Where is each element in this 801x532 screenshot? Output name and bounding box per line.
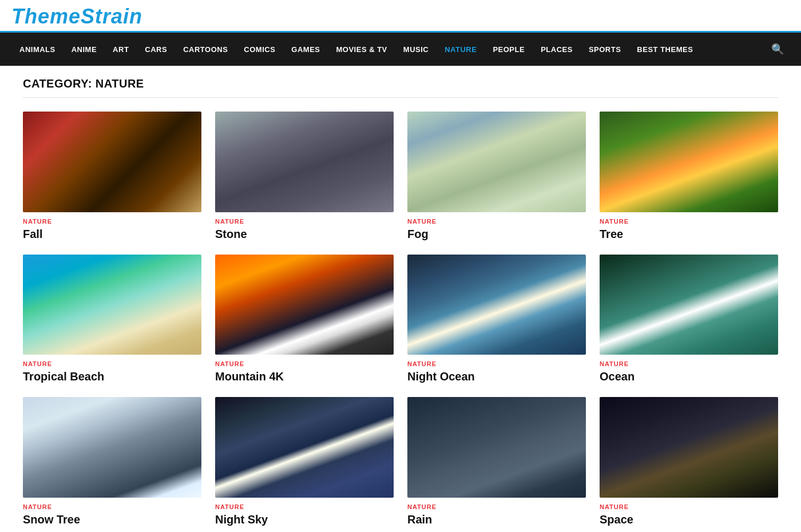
card-image-space (600, 397, 778, 498)
card-category-label: NATURE (600, 503, 778, 510)
card-image-tree (600, 112, 778, 212)
card-category-label: NATURE (407, 360, 586, 367)
nav-item-games[interactable]: GAMES (283, 35, 328, 64)
nav-item-places[interactable]: PLACES (533, 35, 581, 64)
nav-item-best-themes[interactable]: BEST THEMES (629, 35, 701, 64)
card-category-label: NATURE (600, 360, 778, 367)
card-night-sky[interactable]: NATURENight Sky (215, 397, 394, 526)
nav-item-animals[interactable]: ANIMALS (11, 35, 64, 64)
nav-item-cartoons[interactable]: CARTOONS (175, 35, 236, 64)
nav-item-sports[interactable]: SPORTS (581, 35, 629, 64)
card-snow-tree[interactable]: NATURESnow Tree (23, 397, 201, 526)
card-grid: NATUREFallNATUREStoneNATUREFogNATURETree… (23, 112, 778, 526)
card-stone[interactable]: NATUREStone (215, 112, 394, 241)
nav-item-anime[interactable]: ANIME (64, 35, 105, 64)
card-category-label: NATURE (23, 218, 201, 225)
nav-item-music[interactable]: MUSIC (395, 35, 437, 64)
card-category-label: NATURE (215, 503, 394, 510)
card-night-ocean[interactable]: NATURENight Ocean (407, 255, 586, 384)
card-title-night-ocean: Night Ocean (407, 370, 586, 383)
card-fog[interactable]: NATUREFog (407, 112, 586, 241)
card-fall[interactable]: NATUREFall (23, 112, 201, 241)
logo-bar: ThemeStrain (0, 0, 801, 33)
card-title-rain: Rain (407, 513, 586, 526)
card-title-snow-tree: Snow Tree (23, 513, 201, 526)
category-title: CATEGORY: NATURE (23, 77, 778, 98)
card-image-tropical-beach (23, 255, 201, 355)
card-image-fall (23, 112, 201, 212)
site-logo[interactable]: ThemeStrain (11, 5, 142, 28)
card-title-ocean: Ocean (600, 370, 778, 383)
card-title-space: Space (600, 513, 778, 526)
card-tree[interactable]: NATURETree (600, 112, 778, 241)
card-image-night-sky (215, 397, 394, 498)
card-title-tree: Tree (600, 227, 778, 241)
card-category-label: NATURE (407, 218, 586, 225)
card-ocean[interactable]: NATUREOcean (600, 255, 778, 384)
card-title-mountain-4k: Mountain 4K (215, 370, 394, 383)
nav-item-nature[interactable]: NATURE (437, 35, 485, 64)
card-mountain-4k[interactable]: NATUREMountain 4K (215, 255, 394, 384)
main-nav: ANIMALSANIMEARTCARSCARTOONSCOMICSGAMESMO… (0, 33, 801, 66)
card-category-label: NATURE (23, 503, 201, 510)
nav-item-comics[interactable]: COMICS (236, 35, 283, 64)
card-image-night-ocean (407, 255, 586, 355)
card-image-ocean (600, 255, 778, 355)
card-image-stone (215, 112, 394, 212)
card-image-snow-tree (23, 397, 201, 498)
card-image-rain (407, 397, 586, 498)
card-image-fog (407, 112, 586, 212)
card-title-tropical-beach: Tropical Beach (23, 370, 201, 383)
card-title-night-sky: Night Sky (215, 513, 394, 526)
nav-item-movies---tv[interactable]: MOVIES & TV (328, 35, 395, 64)
main-content: CATEGORY: NATURE NATUREFallNATUREStoneNA… (11, 66, 790, 532)
card-category-label: NATURE (23, 360, 201, 367)
card-image-mountain-4k (215, 255, 394, 355)
card-category-label: NATURE (215, 218, 394, 225)
card-category-label: NATURE (600, 218, 778, 225)
card-title-fog: Fog (407, 227, 586, 241)
search-icon[interactable]: 🔍 (766, 33, 790, 66)
card-rain[interactable]: NATURERain (407, 397, 586, 526)
nav-item-people[interactable]: PEOPLE (485, 35, 533, 64)
nav-item-cars[interactable]: CARS (137, 35, 175, 64)
card-title-fall: Fall (23, 227, 201, 241)
card-tropical-beach[interactable]: NATURETropical Beach (23, 255, 201, 384)
card-category-label: NATURE (215, 360, 394, 367)
card-title-stone: Stone (215, 227, 394, 241)
card-category-label: NATURE (407, 503, 586, 510)
card-space[interactable]: NATURESpace (600, 397, 778, 526)
nav-item-art[interactable]: ART (105, 35, 137, 64)
